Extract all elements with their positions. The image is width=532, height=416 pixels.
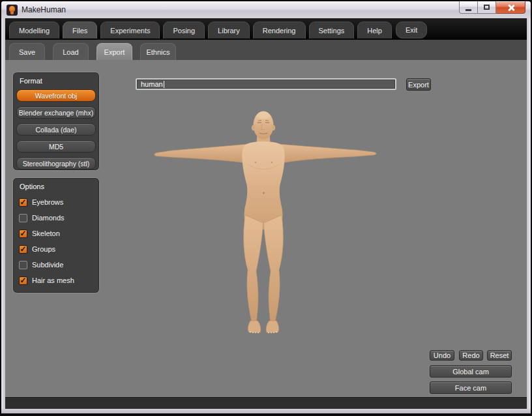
subtab-save[interactable]: Save (9, 43, 45, 60)
undo-button[interactable]: Undo (430, 350, 454, 361)
export-button[interactable]: Export (406, 78, 431, 91)
main-tabbar: Modelling Files Experiments Posing Libra… (5, 18, 527, 40)
groups-checkbox[interactable] (19, 245, 27, 254)
window-controls (459, 1, 525, 14)
tab-experiments[interactable]: Experiments (100, 22, 160, 38)
face-cam-button[interactable]: Face cam (430, 381, 512, 394)
skeleton-checkbox[interactable] (19, 230, 27, 238)
model-left-arm (155, 144, 248, 163)
option-groups[interactable]: Groups (13, 241, 99, 257)
filename-input[interactable]: human (136, 78, 396, 90)
model-right-arm (279, 144, 376, 163)
subtab-load[interactable]: Load (53, 43, 89, 60)
sub-tabbar: Save Load Export Ethnics (5, 40, 527, 60)
maximize-button[interactable] (478, 1, 496, 14)
groups-label: Groups (32, 245, 55, 253)
tab-help[interactable]: Help (357, 22, 392, 38)
format-wavefront-obj-button[interactable]: Wavefront obj (16, 89, 96, 102)
format-md5-button[interactable]: MD5 (16, 140, 96, 153)
option-hair-as-mesh[interactable]: Hair as mesh (13, 273, 99, 288)
eyebrows-label: Eyebrows (32, 198, 63, 206)
eyebrows-checkbox[interactable] (19, 198, 27, 207)
global-cam-button[interactable]: Global cam (430, 365, 512, 378)
model-right-foot (266, 321, 279, 333)
makehuman-window: MakeHuman Modelling Files Experiments Po… (0, 0, 532, 416)
filename-value: human (141, 80, 163, 88)
minimize-icon (466, 9, 471, 11)
subdivide-checkbox[interactable] (19, 261, 27, 269)
diamonds-label: Diamonds (32, 214, 65, 222)
model-left-leg (244, 215, 263, 323)
app-body: Modelling Files Experiments Posing Libra… (5, 18, 527, 409)
makehuman-logo-icon (7, 5, 18, 16)
subtab-export[interactable]: Export (96, 43, 132, 60)
maximize-icon (484, 5, 490, 10)
tab-files[interactable]: Files (63, 22, 97, 38)
options-panel-title: Options (13, 178, 99, 190)
minimize-button[interactable] (459, 1, 478, 14)
option-eyebrows[interactable]: Eyebrows (13, 194, 99, 210)
model-right-leg (264, 215, 284, 323)
skeleton-label: Skeleton (32, 230, 60, 237)
option-subdivide[interactable]: Subdivide (13, 257, 99, 273)
format-stereolithography-button[interactable]: Stereolithography (stl) (16, 157, 96, 170)
close-button[interactable] (496, 1, 525, 14)
status-bar (5, 397, 527, 409)
diamonds-checkbox[interactable] (19, 214, 27, 222)
hair-as-mesh-label: Hair as mesh (32, 276, 74, 284)
tab-exit[interactable]: Exit (396, 22, 427, 38)
text-caret-icon (164, 81, 164, 88)
model-left-foot (248, 321, 261, 333)
redo-button[interactable]: Redo (459, 350, 483, 361)
subtab-ethnics[interactable]: Ethnics (140, 43, 176, 60)
reset-button[interactable]: Reset (487, 350, 512, 361)
format-panel: Format Wavefront obj Blender exchange (m… (12, 72, 100, 171)
options-checkbox-list: Eyebrows Diamonds Skeleton Groups (13, 194, 99, 288)
format-button-list: Wavefront obj Blender exchange (mhx) Col… (13, 89, 99, 170)
option-skeleton[interactable]: Skeleton (13, 226, 99, 241)
tab-library[interactable]: Library (208, 22, 250, 38)
tab-rendering[interactable]: Rendering (253, 22, 306, 38)
hair-as-mesh-checkbox[interactable] (19, 276, 27, 285)
format-collada-dae-button[interactable]: Collada (dae) (16, 123, 96, 136)
subdivide-label: Subdivide (32, 261, 63, 269)
options-panel: Options Eyebrows Diamonds Skeleton (12, 177, 100, 293)
titlebar[interactable]: MakeHuman (1, 1, 531, 18)
window-frame-bottom (1, 409, 531, 413)
tab-settings[interactable]: Settings (309, 22, 355, 38)
format-panel-title: Format (13, 72, 99, 85)
tab-modelling[interactable]: Modelling (9, 22, 59, 38)
option-diamonds[interactable]: Diamonds (13, 210, 99, 226)
window-title: MakeHuman (22, 5, 66, 14)
viewport-3d[interactable]: Format Wavefront obj Blender exchange (m… (5, 60, 527, 397)
tab-posing[interactable]: Posing (163, 22, 205, 38)
model-torso (242, 141, 284, 230)
window-frame-right (527, 18, 531, 413)
close-icon (507, 4, 514, 11)
human-model[interactable] (130, 106, 404, 397)
format-blender-mhx-button[interactable]: Blender exchange (mhx) (16, 106, 96, 119)
